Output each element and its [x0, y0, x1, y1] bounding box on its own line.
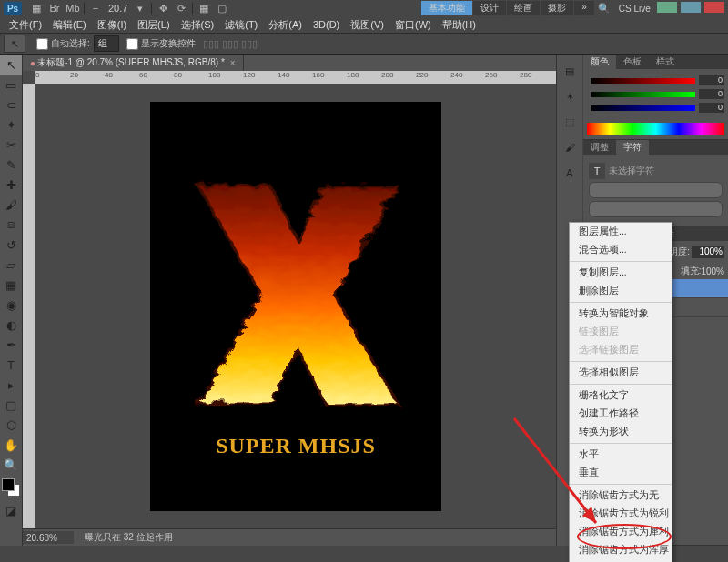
workspace-tab-painting[interactable]: 绘画	[507, 1, 540, 15]
green-slider[interactable]	[591, 92, 695, 97]
auto-select-checkbox[interactable]: 自动选择:	[33, 35, 90, 53]
menu-image[interactable]: 图像(I)	[97, 18, 126, 32]
workspace-tab-photography[interactable]: 摄影	[541, 1, 573, 15]
menu-3d[interactable]: 3D(D)	[313, 19, 339, 30]
3d-tool[interactable]: ⬡	[0, 415, 22, 435]
cslive-label[interactable]: CS Live	[619, 4, 651, 14]
context-menu-item[interactable]: 消除锯齿方式为犀利	[570, 523, 672, 541]
menu-select[interactable]: 选择(S)	[181, 18, 215, 32]
context-menu-item[interactable]: 消除锯齿方式为锐利	[570, 505, 672, 523]
context-menu-item[interactable]: 选择相似图层	[570, 364, 672, 382]
menu-help[interactable]: 帮助(H)	[442, 18, 476, 32]
tab-swatches[interactable]: 色板	[616, 55, 649, 69]
workspace-tab-essentials[interactable]: 基本功能	[421, 1, 472, 15]
crop-tool[interactable]: ✂	[0, 135, 22, 155]
context-menu-item[interactable]: 混合选项...	[570, 241, 672, 259]
zoom-in-button[interactable]: ▾	[132, 2, 148, 15]
opacity-value[interactable]: 100%	[692, 246, 724, 258]
lasso-tool[interactable]: ⊂	[0, 95, 22, 115]
fg-bg-colors[interactable]	[2, 478, 20, 497]
wand-tool[interactable]: ✦	[0, 115, 22, 135]
marquee-tool[interactable]: ▭	[0, 75, 22, 95]
blur-tool[interactable]: ◉	[0, 295, 22, 315]
type-panel-icon[interactable]: A	[561, 164, 579, 182]
quickmask-toggle[interactable]: ◪	[0, 500, 22, 520]
hand-icon[interactable]: ✥	[155, 2, 171, 15]
brush-healing-tool[interactable]: ✚	[0, 175, 22, 195]
shape-tool[interactable]: ▢	[0, 395, 22, 415]
close-button[interactable]	[704, 2, 724, 13]
fill-value[interactable]: 100%	[701, 266, 724, 276]
menu-window[interactable]: 窗口(W)	[395, 18, 431, 32]
move-tool[interactable]: ↖	[0, 55, 22, 75]
menu-view[interactable]: 视图(V)	[350, 18, 384, 32]
search-icon[interactable]: 🔍	[596, 2, 612, 15]
ruler-horizontal[interactable]: 020406080100120140160180200220240260280	[35, 71, 556, 84]
context-menu-item[interactable]: 删除图层	[570, 282, 672, 300]
tab-character[interactable]: 字符	[616, 140, 649, 155]
move-tool-preset[interactable]: ↖	[4, 35, 25, 53]
eraser-tool[interactable]: ▱	[0, 255, 22, 275]
stamp-tool[interactable]: ⧇	[0, 215, 22, 235]
menu-analysis[interactable]: 分析(A)	[268, 18, 302, 32]
hand-tool[interactable]: ✋	[0, 435, 22, 455]
context-menu-item[interactable]: 栅格化文字	[570, 386, 672, 405]
history-brush-tool[interactable]: ↺	[0, 235, 22, 255]
context-menu-item[interactable]: 转换为形状	[570, 423, 672, 441]
type-tool[interactable]: T	[0, 355, 22, 375]
pen-tool[interactable]: ✒	[0, 335, 22, 355]
bridge-icon[interactable]: Br	[46, 2, 63, 15]
eyedropper-tool[interactable]: ✎	[0, 155, 22, 175]
document-tab[interactable]: ● 未标题-1 @ 20.7% (SUPER MHSJS, RGB/8) * ×	[23, 55, 244, 71]
blue-value[interactable]: 0	[699, 103, 724, 113]
screen-mode-icon[interactable]: ▢	[214, 2, 230, 15]
minimize-button[interactable]	[657, 2, 677, 13]
color-spectrum[interactable]	[587, 123, 724, 135]
tab-adjust[interactable]: 调整	[583, 140, 616, 155]
auto-select-mode[interactable]: 组	[94, 35, 119, 52]
menu-layer[interactable]: 图层(L)	[137, 18, 169, 32]
context-menu-item[interactable]: 转换为智能对象	[570, 305, 672, 323]
maximize-button[interactable]	[681, 2, 701, 13]
canvas-stage[interactable]: SUPER MHSJS	[35, 84, 556, 528]
menu-edit[interactable]: 编辑(E)	[53, 18, 86, 32]
close-tab-icon[interactable]: ×	[230, 58, 236, 68]
context-menu-item[interactable]: 图层属性...	[570, 223, 672, 241]
tab-color[interactable]: 颜色	[583, 55, 616, 69]
font-family-select[interactable]	[589, 182, 723, 198]
zoom-value[interactable]: 20.7	[108, 3, 127, 14]
ruler-vertical[interactable]	[23, 84, 35, 528]
properties-panel-icon[interactable]: ⬚	[561, 113, 579, 131]
mini-bridge-icon[interactable]: Mb	[65, 2, 81, 15]
menu-filter[interactable]: 滤镜(T)	[225, 18, 258, 32]
font-size-select[interactable]	[589, 201, 723, 217]
gradient-tool[interactable]: ▦	[0, 275, 22, 295]
workspace-more[interactable]: »	[574, 1, 594, 15]
tab-styles[interactable]: 样式	[649, 55, 682, 69]
context-menu-item[interactable]: 创建工作路径	[570, 405, 672, 423]
green-value[interactable]: 0	[699, 89, 724, 99]
path-selection-tool[interactable]: ▸	[0, 375, 22, 395]
brush-tool[interactable]: 🖌	[0, 195, 22, 215]
actions-panel-icon[interactable]: ✶	[561, 87, 579, 105]
zoom-out-button[interactable]: −	[87, 2, 104, 15]
red-slider[interactable]	[591, 78, 695, 84]
history-panel-icon[interactable]: ▤	[561, 62, 579, 80]
dodge-tool[interactable]: ◐	[0, 315, 22, 335]
context-menu-item[interactable]: 消除锯齿方式为无	[570, 487, 672, 505]
red-value[interactable]: 0	[699, 75, 724, 85]
arrange-icon[interactable]: ▦	[196, 2, 212, 15]
show-transform-checkbox[interactable]: 显示变换控件	[123, 35, 196, 53]
context-menu-item[interactable]: 垂直	[570, 464, 672, 482]
workspace-tab-design[interactable]: 设计	[473, 1, 506, 15]
context-menu-item[interactable]: 消除锯齿方式为浑厚	[570, 541, 672, 559]
panel-toggle-icon[interactable]: ▦	[28, 2, 45, 15]
menu-file[interactable]: 文件(F)	[9, 18, 42, 32]
context-menu-item[interactable]: 复制图层...	[570, 264, 672, 282]
rotate-icon[interactable]: ⟳	[173, 2, 189, 15]
status-zoom[interactable]: 20.68%	[23, 531, 74, 544]
zoom-tool[interactable]: 🔍	[0, 455, 22, 475]
brush-panel-icon[interactable]: 🖌	[561, 138, 579, 156]
context-menu-item[interactable]: 水平	[570, 446, 672, 464]
blue-slider[interactable]	[591, 105, 695, 111]
